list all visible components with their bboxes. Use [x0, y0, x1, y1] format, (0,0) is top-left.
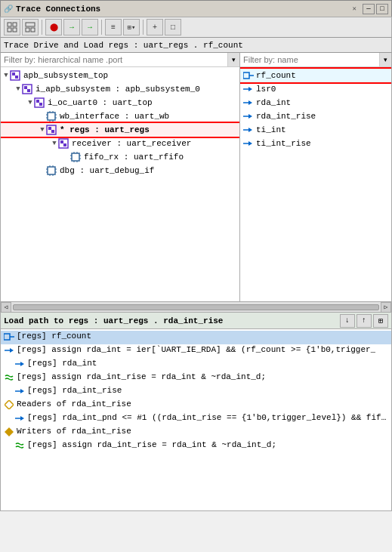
svg-rect-4 — [26, 23, 35, 26]
left-filter-button[interactable]: ▾ — [227, 53, 239, 66]
tree-item-text: fifo_rx : uart_rfifo — [84, 153, 184, 162]
svg-marker-66 — [20, 362, 24, 366]
bottom-item-text-0: [regs] rf_count — [17, 332, 91, 341]
bottom-item-text-8: [regs] assign rda_int_rise = rda_int & ~… — [27, 440, 276, 449]
bottom-item-text-5: Readers of rda_int_rise — [17, 399, 131, 409]
svg-rect-5 — [26, 28, 29, 32]
scroll-left-button[interactable]: ◁ — [1, 302, 11, 313]
right-item-icon-2 — [243, 98, 254, 109]
right-tree-item-5[interactable]: ti_int_rise — [240, 137, 391, 150]
toolbar: ⬤ → → ≡ ⊞▾ + □ — [0, 17, 392, 38]
toolbar-separator-2 — [101, 20, 102, 35]
left-tree-item-6[interactable]: fifo_rx : uart_rfifo — [1, 150, 239, 164]
scroll-thumb[interactable] — [13, 304, 379, 310]
bottom-item-text-6: [regs] rda_int_pnd <= #1 ((rda_int_rise … — [27, 413, 388, 422]
toolbar-btn-prev[interactable]: → — [82, 19, 98, 35]
left-tree-item-5[interactable]: ▼receiver : uart_receiver — [1, 137, 239, 150]
maximize-button[interactable]: □ — [376, 4, 388, 14]
title-bar-close-marker: ✕ — [353, 5, 357, 13]
bottom-item-5[interactable]: Readers of rda_int_rise — [1, 399, 391, 412]
svg-marker-54 — [248, 100, 252, 105]
right-filter-input[interactable] — [240, 54, 379, 66]
tree-item-text: apb_subsystem_top — [23, 71, 108, 80]
chip-icon — [46, 111, 58, 122]
bottom-panel: Load path to regs : uart_regs . rda_int_… — [0, 313, 392, 511]
svg-rect-2 — [8, 28, 11, 32]
right-tree-item-1[interactable]: lsr0 — [240, 82, 391, 96]
toolbar-separator-1 — [42, 20, 42, 35]
tree-item-text: wb_interface : uart_wb — [60, 112, 169, 121]
svg-marker-72 — [5, 427, 14, 436]
right-tree-item-4[interactable]: ti_int — [240, 123, 391, 137]
bottom-item-3[interactable]: [regs] assign rda_int_rise = rda_int & ~… — [1, 372, 391, 385]
bottom-btn-layout[interactable]: ⊞ — [373, 314, 388, 328]
left-filter-input[interactable] — [1, 54, 227, 66]
tree-arrow: ▼ — [39, 126, 46, 134]
svg-rect-8 — [12, 72, 15, 76]
svg-rect-3 — [13, 28, 17, 32]
svg-rect-29 — [60, 140, 63, 143]
bottom-item-2[interactable]: [regs] rda_int — [1, 358, 391, 372]
tree-item-text: receiver : uart_receiver — [72, 139, 191, 148]
bottom-item-0[interactable]: [regs] rf_count — [1, 331, 391, 344]
left-tree-item-0[interactable]: ▼apb_subsystem_top — [1, 69, 239, 82]
left-tree-item-1[interactable]: ▼i_apb_subsystem : apb_subsystem_0 — [1, 82, 239, 96]
bottom-item-icon-0 — [4, 332, 14, 343]
scroll-right-button[interactable]: ▷ — [381, 302, 391, 313]
svg-rect-16 — [48, 113, 55, 120]
bottom-item-1[interactable]: [regs] assign rda_int = ier[`UART_IE_RDA… — [1, 344, 391, 358]
toolbar-separator-3 — [143, 20, 144, 35]
right-item-text-1: lsr0 — [256, 85, 276, 94]
bottom-item-icon-2 — [14, 359, 25, 370]
svg-rect-30 — [63, 143, 66, 146]
grid-icon — [7, 22, 17, 32]
right-item-icon-0 — [243, 71, 254, 82]
left-tree-item-7[interactable]: dbg : uart_debug_if — [1, 164, 239, 177]
right-tree-item-2[interactable]: rda_int — [240, 96, 391, 109]
right-filter-button[interactable]: ▾ — [379, 53, 391, 66]
bottom-item-8[interactable]: [regs] assign rda_int_rise = rda_int & ~… — [1, 439, 391, 453]
bottom-item-4[interactable]: [regs] rda_int_rise — [1, 385, 391, 399]
right-item-icon-3 — [243, 112, 254, 122]
right-filter-bar: ▾ — [240, 53, 391, 67]
svg-rect-31 — [72, 153, 79, 161]
right-item-icon-4 — [243, 125, 254, 136]
bottom-item-7[interactable]: Writers of rda_int_rise — [1, 426, 391, 439]
svg-marker-64 — [10, 348, 14, 353]
left-tree-item-4[interactable]: ▼* regs : uart_regs — [1, 123, 239, 137]
horizontal-scrollbar[interactable]: ◁ ▷ — [0, 302, 392, 313]
left-tree-item-2[interactable]: ▼i_oc_uart0 : uart_top — [1, 96, 239, 109]
right-tree-item-3[interactable]: rda_int_rise — [240, 109, 391, 123]
tree-arrow — [63, 153, 70, 161]
tree-item-text: * regs : uart_regs — [60, 125, 150, 134]
tree-item-text: i_oc_uart0 : uart_top — [48, 98, 153, 107]
right-tree-item-0[interactable]: rf_count — [240, 69, 391, 82]
tree-item-text: dbg : uart_debug_if — [60, 166, 154, 175]
bottom-content: [regs] rf_count[regs] assign rda_int = i… — [1, 329, 391, 510]
svg-rect-40 — [48, 167, 55, 174]
bottom-btn-down[interactable]: ↓ — [340, 314, 355, 328]
bottom-item-icon-7 — [4, 427, 14, 438]
toolbar-btn-add[interactable]: + — [147, 19, 163, 35]
svg-rect-26 — [48, 127, 51, 130]
toolbar-btn-record[interactable]: ⬤ — [45, 19, 62, 35]
bottom-btn-up[interactable]: ↑ — [357, 314, 372, 328]
toolbar-btn-next[interactable]: → — [63, 19, 80, 35]
minimize-button[interactable]: — — [363, 4, 375, 14]
toolbar-btn-5[interactable]: ⊞▾ — [123, 19, 140, 35]
toolbar-btn-list[interactable]: ≡ — [105, 19, 122, 35]
bottom-item-6[interactable]: [regs] rda_int_pnd <= #1 ((rda_int_rise … — [1, 412, 391, 426]
left-filter-bar: ▾ — [1, 53, 239, 67]
toolbar-btn-1[interactable] — [4, 19, 20, 35]
toolbar-btn-maximize[interactable]: □ — [165, 19, 181, 35]
left-tree-item-3[interactable]: wb_interface : uart_wb — [1, 109, 239, 123]
svg-rect-14 — [36, 100, 39, 103]
bottom-item-text-1: [regs] assign rda_int = ier[`UART_IE_RDA… — [17, 345, 375, 354]
module-icon — [46, 125, 58, 135]
toolbar-btn-2[interactable] — [22, 19, 39, 35]
bottom-header-buttons: ↓ ↑ ⊞ — [340, 314, 388, 328]
bottom-item-icon-6 — [14, 414, 25, 424]
module-icon — [34, 97, 46, 108]
svg-marker-69 — [5, 400, 14, 409]
svg-marker-60 — [248, 141, 252, 146]
